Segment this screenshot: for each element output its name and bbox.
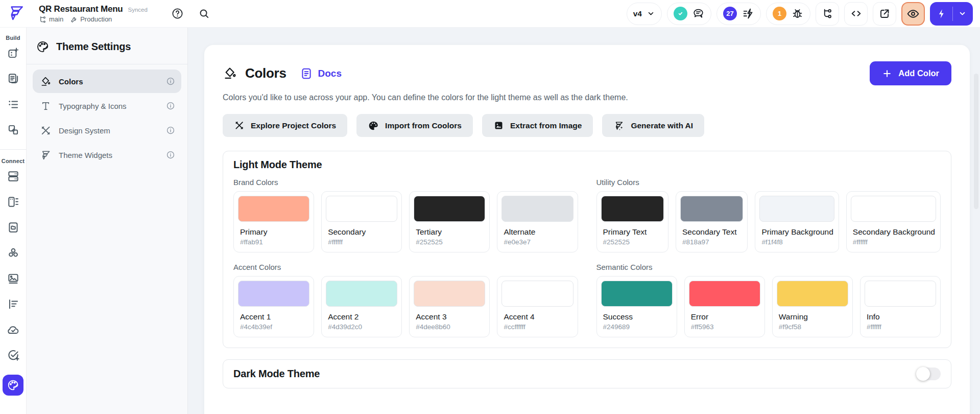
color-card[interactable]: Accent 2#4d39d2c0 xyxy=(321,276,402,337)
color-card[interactable]: Accent 1#4c4b39ef xyxy=(233,276,314,337)
color-hex: #f9cf58 xyxy=(779,323,847,331)
action-label: Extract from Image xyxy=(510,121,582,130)
color-name: Error xyxy=(691,312,759,321)
color-name: Primary Text xyxy=(603,227,663,237)
color-hex: #ffffff xyxy=(853,238,935,246)
color-swatch xyxy=(414,281,485,307)
color-card[interactable]: Accent 4#ccffffff xyxy=(497,276,578,337)
theme-settings-active-button[interactable] xyxy=(3,375,23,396)
files-icon[interactable] xyxy=(6,220,20,234)
version-dropdown[interactable]: v4 xyxy=(627,3,662,25)
widget-tree-icon[interactable] xyxy=(6,97,20,111)
integrations-icon[interactable] xyxy=(6,246,20,260)
wrench-icon xyxy=(70,16,78,23)
color-hex: #ffffff xyxy=(328,238,396,246)
cloud-functions-icon[interactable] xyxy=(6,323,20,336)
tree-icon xyxy=(821,7,834,20)
info-icon[interactable] xyxy=(166,101,175,110)
media-icon[interactable] xyxy=(6,271,20,285)
search-button[interactable] xyxy=(197,6,212,21)
branch-selector[interactable]: main xyxy=(39,15,63,23)
run-button[interactable] xyxy=(930,2,973,26)
color-swatch xyxy=(414,196,485,222)
check-icon xyxy=(677,10,684,17)
add-color-button[interactable]: Add Color xyxy=(870,61,951,85)
share-button[interactable] xyxy=(873,2,896,26)
extract-from-image-button[interactable]: Extract from Image xyxy=(482,114,593,137)
panel-item-colors[interactable]: Colors xyxy=(33,70,181,93)
environment-selector[interactable]: Production xyxy=(70,15,112,23)
content-icon[interactable] xyxy=(6,195,20,209)
color-swatch xyxy=(759,196,834,222)
version-label: v4 xyxy=(633,9,642,18)
color-card[interactable]: Alternate#e0e3e7 xyxy=(497,191,578,252)
comments-icon[interactable] xyxy=(692,7,705,20)
page-title: Colors xyxy=(245,65,286,81)
tests-icon[interactable] xyxy=(6,348,20,362)
docs-link[interactable]: Docs xyxy=(300,67,342,80)
color-name: Alternate xyxy=(504,227,572,237)
rail-section-build: Build xyxy=(6,35,20,41)
status-comments-pill[interactable] xyxy=(667,3,711,25)
activity-icon[interactable] xyxy=(742,7,754,20)
info-icon[interactable] xyxy=(166,150,175,159)
database-icon[interactable] xyxy=(6,169,20,183)
dark-mode-toggle[interactable] xyxy=(917,367,941,380)
color-card[interactable]: Primary Background#f1f4f8 xyxy=(755,191,839,252)
bug-icon[interactable] xyxy=(791,7,804,20)
color-swatch xyxy=(238,196,309,222)
color-swatch xyxy=(601,281,673,307)
top-bar: QR Restaurant Menu Synced main Productio… xyxy=(0,0,980,28)
typography-icon xyxy=(40,100,52,112)
color-name: Success xyxy=(603,312,672,321)
color-card[interactable]: Tertiary#252525 xyxy=(409,191,490,252)
panel-item-theme-widgets[interactable]: Theme Widgets xyxy=(33,143,181,167)
info-icon[interactable] xyxy=(166,126,175,135)
color-card[interactable]: Secondary#ffffff xyxy=(321,191,402,252)
dark-mode-theme-section: Dark Mode Theme xyxy=(223,359,951,388)
dark-theme-title: Dark Mode Theme xyxy=(233,368,320,380)
color-card[interactable]: Primary Text#252525 xyxy=(596,191,668,252)
info-icon[interactable] xyxy=(166,77,175,86)
sync-check-badge xyxy=(674,7,687,20)
color-card[interactable]: Accent 3#4dee8b60 xyxy=(409,276,490,337)
color-card[interactable]: Error#ff5963 xyxy=(684,276,765,337)
color-card[interactable]: Secondary Background#ffffff xyxy=(846,191,941,252)
issues-pill[interactable]: 1 xyxy=(766,3,810,25)
panel-item-typography[interactable]: Typography & Icons xyxy=(33,94,181,118)
add-widget-icon[interactable] xyxy=(6,46,20,60)
components-icon[interactable] xyxy=(6,123,20,136)
main-canvas: Colors Docs Add Color Colors you'd like … xyxy=(188,28,980,414)
panel-item-label: Design System xyxy=(59,126,159,135)
activity-pill[interactable]: 27 xyxy=(716,3,761,25)
search-icon xyxy=(198,8,210,19)
rail-divider xyxy=(0,149,27,150)
panel-item-design-system[interactable]: Design System xyxy=(33,119,181,142)
branch-tree-button[interactable] xyxy=(816,2,839,26)
color-card[interactable]: Primary#ffab91 xyxy=(233,191,314,252)
custom-code-button[interactable] xyxy=(844,2,868,26)
color-card[interactable]: Warning#f9cf58 xyxy=(772,276,853,337)
explore-project-colors-button[interactable]: Explore Project Colors xyxy=(223,114,347,137)
docs-icon xyxy=(300,67,313,80)
app-state-icon[interactable] xyxy=(6,297,20,311)
color-card[interactable]: Success#249689 xyxy=(596,276,677,337)
pages-icon[interactable] xyxy=(6,72,20,85)
generate-with-ai-button[interactable]: Generate with AI xyxy=(602,114,704,137)
run-chevron-icon[interactable] xyxy=(958,9,967,18)
preview-button[interactable] xyxy=(901,2,925,26)
page-description: Colors you'd like to use across your app… xyxy=(223,93,951,102)
paint-bucket-icon xyxy=(223,66,237,81)
colors-card: Colors Docs Add Color Colors you'd like … xyxy=(204,45,970,414)
color-card[interactable]: Secondary Text#818a97 xyxy=(676,191,748,252)
color-hex: #252525 xyxy=(603,238,663,246)
flutterflow-logo-icon[interactable] xyxy=(7,4,25,24)
vertical-scrollbar[interactable] xyxy=(974,74,978,209)
color-swatch xyxy=(326,196,397,222)
color-card[interactable]: Info#ffffff xyxy=(860,276,941,337)
action-label: Import from Coolors xyxy=(385,121,462,130)
branch-name: main xyxy=(49,15,63,23)
import-from-coolors-button[interactable]: Import from Coolors xyxy=(356,114,473,137)
light-theme-title: Light Mode Theme xyxy=(233,159,941,171)
help-button[interactable] xyxy=(170,6,185,21)
